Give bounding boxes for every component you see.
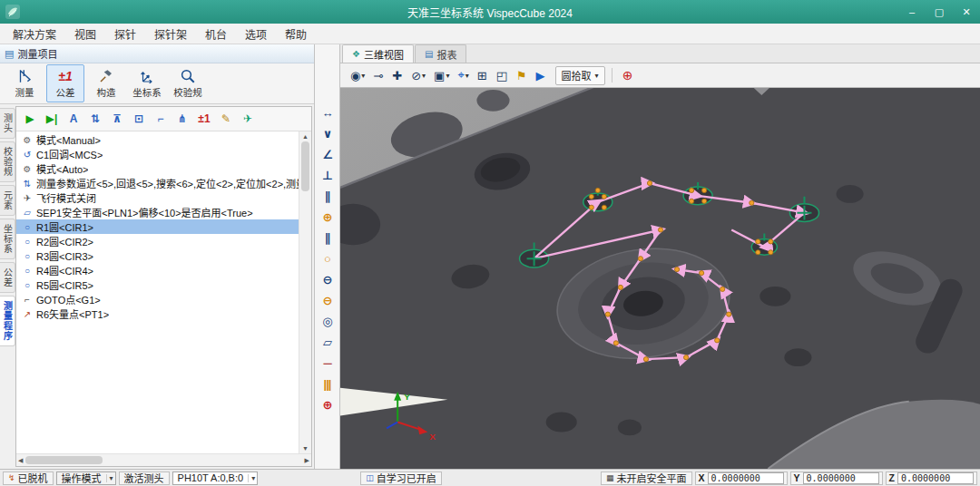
- ribbon-tolerance-button[interactable]: ±1 公差: [46, 64, 84, 102]
- tree-item[interactable]: ○ R2圆<CIR2>: [16, 234, 299, 248]
- view-cube-button[interactable]: ▣▾: [431, 66, 452, 84]
- ribbon-measure-button[interactable]: 测量: [5, 64, 44, 102]
- view-direction-button[interactable]: ◉▾: [348, 66, 368, 84]
- tree-item[interactable]: ▱ SEP1安全平面<PLN1>偏移<10>是否启用<True>: [16, 205, 299, 219]
- 3d-scene: Y X: [340, 88, 980, 469]
- dim-distance-icon[interactable]: ↔: [318, 104, 338, 121]
- side-tab-coordsys[interactable]: 坐标系: [0, 219, 15, 259]
- gdt-straightness-icon[interactable]: ⊖: [318, 292, 338, 308]
- gdt-profile-icon[interactable]: ▱: [318, 334, 338, 350]
- side-tab-elements[interactable]: 元素: [0, 185, 15, 216]
- axis-value: 0.0000000: [897, 472, 974, 484]
- tree-item[interactable]: ⇅ 测量参数逼近<5>,回退<5>,搜索<6>,定位<2>,定位加<2>,测量: [16, 176, 299, 190]
- menu-item[interactable]: 视图: [65, 24, 105, 44]
- gdt-line-icon[interactable]: ─: [318, 355, 338, 371]
- ribbon-gauge-button[interactable]: 校验规: [169, 64, 207, 102]
- side-tabs: 测头校验规元素坐标系公差测量程序: [0, 106, 15, 467]
- side-tab-tolerance[interactable]: 公差: [0, 262, 15, 293]
- tree-item-icon: ⌐: [22, 295, 33, 305]
- selection-filter-button[interactable]: ⊘▾: [408, 66, 428, 84]
- measure-mode-button[interactable]: ⊼: [107, 109, 127, 129]
- gdt-angularity-icon[interactable]: ∥: [318, 229, 338, 246]
- tree-item[interactable]: ⚙ 模式<Manual>: [16, 132, 299, 147]
- tree-item-label: R3圆<CIR3>: [36, 248, 93, 263]
- gdt-position-icon[interactable]: ⊕: [318, 209, 338, 225]
- tab-icon: ❖: [352, 49, 360, 59]
- active-probe-dropdown[interactable]: PH10T A:0,B:0 ▾: [172, 471, 259, 485]
- pan-button[interactable]: ✚: [389, 66, 406, 84]
- tree-item[interactable]: ○ R4圆<CIR4>: [16, 263, 299, 277]
- fit-view-button[interactable]: ⊞: [475, 66, 491, 84]
- tree-item-icon: ○: [22, 266, 33, 276]
- edit-button[interactable]: ✎: [216, 109, 236, 129]
- run-program-button[interactable]: ▶: [20, 109, 40, 129]
- title-bar: 天准三坐标系统 VispecCube 2024 – ▢ ✕: [0, 0, 980, 24]
- tree-item[interactable]: ○ R5圆<CIR5>: [16, 277, 299, 292]
- tree-item[interactable]: ○ R1圆<CIR1>: [16, 219, 299, 234]
- gdt-concentricity-icon[interactable]: ◎: [318, 313, 338, 329]
- minimize-button[interactable]: –: [898, 0, 926, 24]
- tree-item[interactable]: ↗ R6矢量点<PT1>: [16, 306, 299, 321]
- dim-angle-v-icon[interactable]: ∨: [318, 125, 338, 141]
- side-tab-gauge[interactable]: 校验规: [0, 141, 15, 182]
- ribbon-coordsys-button[interactable]: 坐标系: [128, 64, 166, 102]
- toolbar-separator: [612, 68, 612, 83]
- goto-insert-button[interactable]: ⌐: [151, 109, 171, 129]
- run-from-here-button[interactable]: ▶|: [42, 109, 62, 129]
- scroll-thumb[interactable]: [25, 456, 103, 464]
- branch-button[interactable]: ⋔: [172, 109, 192, 129]
- tolerance-quick-button[interactable]: ±1: [194, 109, 214, 129]
- menu-item[interactable]: 选项: [236, 24, 276, 44]
- flag-button[interactable]: ⚑: [514, 66, 531, 84]
- maximize-button[interactable]: ▢: [926, 0, 953, 24]
- scroll-thumb[interactable]: [301, 141, 309, 191]
- simulate-button[interactable]: ▶: [534, 66, 549, 84]
- gdt-perpendicularity-icon[interactable]: ⊥: [318, 167, 338, 183]
- pick-mode-button[interactable]: ⌖▾: [455, 66, 471, 84]
- tree-vertical-scrollbar[interactable]: ▲ ▼: [299, 131, 311, 453]
- viewport-3d[interactable]: Y X: [340, 88, 980, 469]
- tab-3d-view[interactable]: ❖ 三维视图: [342, 44, 414, 63]
- tree-item[interactable]: ⌐ GOTO点<G1>: [16, 292, 299, 306]
- image-button[interactable]: A: [64, 109, 83, 129]
- menu-item[interactable]: 探针架: [145, 24, 196, 44]
- tab-report[interactable]: ▤ 报表: [415, 44, 466, 63]
- fly-mode-button[interactable]: ✈: [238, 109, 258, 129]
- scroll-up-icon[interactable]: ▲: [302, 133, 309, 140]
- parameter-button[interactable]: ⇅: [85, 109, 105, 129]
- tree-item[interactable]: ✈ 飞行模式关闭: [16, 190, 299, 205]
- tree-horizontal-scrollbar[interactable]: ◀ ▶: [16, 453, 311, 466]
- tree-item[interactable]: ○ R3圆<CIR3>: [16, 248, 299, 263]
- window-controls: – ▢ ✕: [898, 0, 980, 24]
- close-button[interactable]: ✕: [953, 0, 980, 24]
- frame-select-button[interactable]: ⊡: [129, 109, 149, 129]
- gdt-parallelism-icon[interactable]: ∥: [318, 188, 338, 204]
- operation-mode-dropdown[interactable]: 操作模式 ▾: [56, 471, 116, 485]
- menu-item[interactable]: 解决方案: [4, 24, 65, 44]
- calipers-icon: [15, 68, 34, 84]
- menu-item[interactable]: 机台: [196, 24, 236, 44]
- side-tab-program[interactable]: 测量程序: [0, 296, 15, 346]
- probe-display-button[interactable]: ⊸: [370, 66, 387, 84]
- tree-item[interactable]: ↺ C1回调<MCS>: [16, 147, 299, 161]
- scroll-down-icon[interactable]: ▼: [302, 445, 309, 452]
- self-learning-status: ◫ 自学习已开启: [360, 471, 442, 485]
- circle-pick-dropdown[interactable]: 圆拾取 ▾: [555, 66, 605, 85]
- gdt-circularity-icon[interactable]: ○: [318, 250, 338, 267]
- tree-item[interactable]: ⚙ 模式<Auto>: [16, 161, 299, 176]
- panel-header: ▤ 测量项目: [0, 44, 314, 63]
- emergency-stop-button[interactable]: ⊕: [619, 66, 637, 84]
- dim-angle-icon[interactable]: ∠: [318, 146, 338, 162]
- menu-item[interactable]: 帮助: [276, 24, 316, 44]
- gdt-symmetry-icon[interactable]: ⊕: [318, 396, 338, 413]
- chevron-down-icon: ▾: [248, 474, 255, 482]
- side-tab-probe[interactable]: 测头: [0, 108, 15, 139]
- zoom-window-button[interactable]: ◰: [494, 66, 511, 84]
- gdt-runout-icon[interactable]: |||: [318, 375, 338, 392]
- coordinate-readout: X 0.0000000 Y 0.0000000 Z 0.0000000: [695, 471, 977, 485]
- gdt-flatness-icon[interactable]: ⊖: [318, 271, 338, 287]
- menu-item[interactable]: 探针: [105, 24, 145, 44]
- ribbon-construct-button[interactable]: 构造: [87, 64, 125, 102]
- scroll-left-icon[interactable]: ◀: [18, 457, 23, 464]
- scroll-right-icon[interactable]: ▶: [305, 457, 309, 464]
